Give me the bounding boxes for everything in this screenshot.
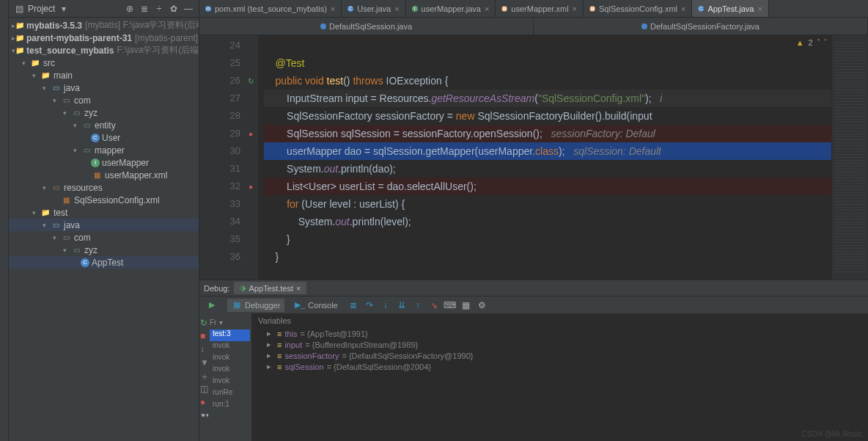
stack-frame[interactable]: invok — [210, 341, 250, 353]
stack-frame[interactable]: invok — [210, 376, 250, 388]
tree-item[interactable]: ▾▭zyz — [9, 244, 199, 256]
glasses-icon[interactable]: 👓 — [200, 410, 207, 420]
editor-subtab[interactable]: DefaultSqlSession.java — [199, 18, 534, 34]
add-icon[interactable]: ＋ — [200, 371, 207, 381]
force-step-icon[interactable]: ⇊ — [397, 300, 407, 310]
main-layout: ▤ Project ▾ ⊕ ≣ ÷ ✿ — ▸📁mybatis-3.5.3[my… — [0, 0, 868, 441]
editor-tab[interactable]: IuserMapper.java× — [406, 0, 496, 17]
run-icon: ⬗ — [240, 283, 246, 293]
variables-panel[interactable]: Variables ▸≡ this = {AppTest@1991}▸≡ inp… — [252, 313, 868, 441]
code-content[interactable]: @Test public void test() throws IOExcept… — [258, 35, 831, 280]
layout-icon[interactable]: ◫ — [200, 384, 207, 394]
stack-frame[interactable]: invok — [210, 365, 250, 376]
line-gutter: 24252627282930313233343536 — [199, 35, 243, 280]
restart-icon[interactable]: ↻ — [200, 318, 207, 328]
step-out-icon[interactable]: ↑ — [413, 300, 423, 310]
variable-row[interactable]: ▸≡ input = {BufferedInputStream@1989} — [258, 339, 862, 350]
debug-toolbar: ▶ ▦Debugger ▶_Console ≣ ↷ ↓ ⇊ ↑ ↘ ⌨ ▦ ⚙ — [199, 296, 868, 313]
tree-item[interactable]: ▾📁test_source_mybatisF:\java学习资料(后端)\源码分 — [9, 44, 199, 57]
step-down-icon[interactable]: ↓ — [380, 300, 391, 310]
settings-icon[interactable]: ⚙ — [477, 300, 488, 310]
console-tab[interactable]: ▶_Console — [290, 299, 342, 312]
editor-tab[interactable]: CAppTest.java× — [692, 0, 768, 17]
collapse-icon[interactable]: ≣ — [139, 3, 150, 15]
tree-item[interactable]: ▦userMapper.xml — [9, 169, 199, 181]
editor-area: mpom.xml (test_source_mybatis)×CUser.jav… — [199, 0, 868, 441]
variable-row[interactable]: ▸≡ this = {AppTest@1991} — [258, 328, 862, 339]
tree-item[interactable]: ▾📁main — [9, 69, 199, 81]
tree-item[interactable]: CAppTest — [9, 256, 199, 269]
mute-breakpoints-icon[interactable]: ● — [200, 397, 207, 407]
close-icon[interactable]: × — [681, 4, 685, 13]
watermark: CSDN @Mr.Aholic — [802, 430, 862, 438]
editor-subtabs: DefaultSqlSession.javaDefaultSqlSessionF… — [199, 18, 868, 35]
variable-row[interactable]: ▸≡ sqlSession = {DefaultSqlSession@2004} — [258, 361, 862, 372]
tree-item[interactable]: ▾▭resources — [9, 181, 199, 194]
code-editor[interactable]: 24252627282930313233343536 ↻●● @Test pub… — [199, 35, 868, 280]
dropdown-icon[interactable]: ▾ — [219, 318, 223, 327]
tree-item[interactable]: ▾▭java — [9, 219, 199, 231]
tree-item[interactable]: ▾📁src — [9, 57, 199, 69]
close-icon[interactable]: × — [485, 4, 489, 13]
editor-tab[interactable]: mpom.xml (test_source_mybatis)× — [199, 0, 342, 17]
warning-icon: ▲ — [796, 38, 804, 47]
stack-frame[interactable]: invok — [210, 353, 250, 365]
variable-row[interactable]: ▸≡ sessionFactory = {DefaultSqlSessionFa… — [258, 350, 862, 361]
tree-item[interactable]: ▾▭zyz — [9, 106, 199, 119]
tree-item[interactable]: ▸📁mybatis-3.5.3[mybatis] F:\java学习资料(后端)… — [9, 19, 199, 32]
project-tree[interactable]: ▸📁mybatis-3.5.3[mybatis] F:\java学习资料(后端)… — [9, 18, 199, 441]
tree-item[interactable]: ▦SqlSessionConfig.xml — [9, 194, 199, 206]
inspection-widget[interactable]: ▲ 2 ˆ ˇ — [796, 38, 827, 47]
grid-icon[interactable]: ▦ — [461, 300, 471, 310]
stack-frame[interactable]: run:1 — [210, 400, 250, 412]
minimap[interactable] — [831, 35, 868, 280]
editor-subtab[interactable]: DefaultSqlSessionFactory.java — [534, 18, 868, 34]
frames-header: Fr ▾ — [210, 315, 250, 329]
editor-tab[interactable]: ▦userMapper.xml× — [496, 0, 584, 17]
tree-item[interactable]: ▸📁parent-mybatis-parent-31[mybatis-paren… — [9, 32, 199, 44]
debugger-icon: ▦ — [232, 300, 242, 310]
debug-body: ↻ ■ ↓ ▼ ＋ ◫ ● 👓 Fr ▾ test:3invokinvokinv… — [199, 313, 868, 441]
step-over-icon[interactable]: ≣ — [348, 300, 358, 310]
close-icon[interactable]: × — [573, 4, 577, 13]
close-icon[interactable]: × — [394, 4, 399, 13]
filter-icon[interactable]: ▼ — [200, 357, 207, 368]
play-icon: ▶ — [207, 300, 217, 310]
evaluate-icon[interactable]: ⌨ — [445, 300, 455, 310]
debug-sidebar: ↻ ■ ↓ ▼ ＋ ◫ ● 👓 — [199, 313, 208, 441]
stack-frame[interactable]: runRe — [210, 388, 250, 400]
stack-frame[interactable]: test:3 — [210, 329, 250, 341]
tree-item[interactable]: ▾▭entity — [9, 119, 199, 131]
frames-panel[interactable]: Fr ▾ test:3invokinvokinvokinvokrunRerun:… — [208, 313, 252, 441]
editor-tabs: mpom.xml (test_source_mybatis)×CUser.jav… — [199, 0, 868, 18]
tree-item[interactable]: IuserMapper — [9, 156, 199, 169]
step-into-icon[interactable]: ↷ — [364, 300, 375, 310]
chevron-icon: ˆ — [817, 38, 820, 47]
stop-icon[interactable]: ■ — [200, 331, 207, 341]
tree-item[interactable]: ▾📁test — [9, 206, 199, 219]
dropdown-icon[interactable]: ▾ — [58, 3, 70, 15]
pause-icon[interactable]: ↓ — [200, 344, 207, 354]
chevron-down-icon: ˇ — [824, 38, 827, 47]
project-icon: ▤ — [13, 3, 25, 15]
editor-tab[interactable]: ▦SqlSessionConfig.xml× — [584, 0, 692, 17]
close-icon[interactable]: × — [296, 284, 301, 293]
tree-item[interactable]: ▾▭java — [9, 81, 199, 94]
tree-item[interactable]: CUser — [9, 131, 199, 144]
left-gutter-bar — [0, 0, 9, 441]
divide-icon[interactable]: ÷ — [153, 3, 165, 15]
variables-header: Variables — [258, 316, 862, 325]
debug-config-tab[interactable]: ⬗ AppTest.test × — [234, 282, 306, 294]
tree-item[interactable]: ▾▭mapper — [9, 144, 199, 156]
run-to-cursor-icon[interactable]: ↘ — [429, 300, 439, 310]
gear-icon[interactable]: ✿ — [168, 3, 180, 15]
editor-tab[interactable]: CUser.java× — [342, 0, 405, 17]
close-icon[interactable]: × — [331, 4, 335, 13]
close-icon[interactable]: × — [757, 4, 762, 13]
tree-item[interactable]: ▾▭com — [9, 94, 199, 106]
target-icon[interactable]: ⊕ — [124, 3, 136, 15]
resume-button[interactable]: ▶ — [202, 299, 221, 312]
tree-item[interactable]: ▾▭com — [9, 231, 199, 244]
debugger-tab[interactable]: ▦Debugger — [227, 299, 284, 312]
hide-icon[interactable]: — — [183, 3, 194, 15]
